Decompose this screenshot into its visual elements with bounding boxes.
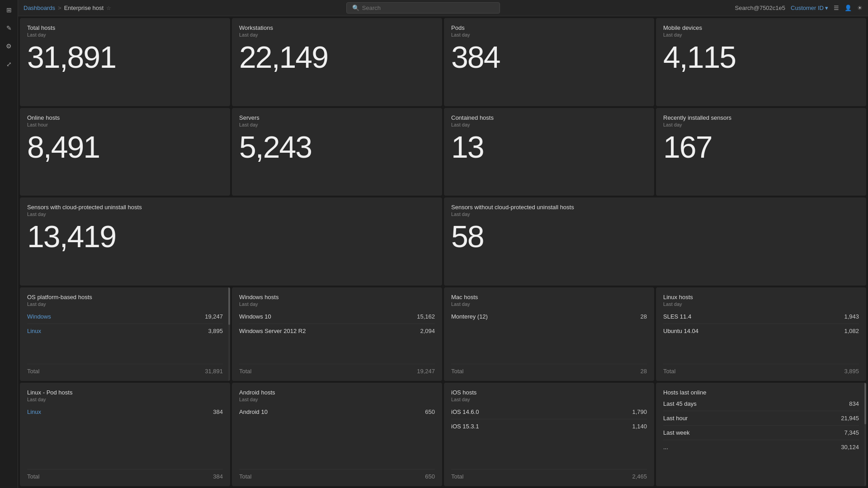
winserver-value: 2,094 [420,328,435,334]
winserver-label[interactable]: Windows Server 2012 R2 [239,328,306,334]
os-total-label: Total [27,368,39,375]
list-item: iOS 14.6.0 1,790 [451,405,647,419]
mobile-devices-value: 4,115 [663,40,859,74]
mobile-devices-subtitle: Last day [663,32,859,38]
sles-value: 1,943 [844,313,859,320]
recently-installed-value: 167 [663,130,859,164]
os-windows-label[interactable]: Windows [27,313,51,320]
hosts-last-online-title: Hosts last online [663,389,859,396]
sles-label[interactable]: SLES 11.4 [663,313,691,320]
total-hosts-value: 31,891 [27,40,223,74]
list-item: Monterey (12) 28 [451,310,647,324]
recently-installed-card: Recently installed sensors Last day 167 [656,108,866,196]
ios1531-label[interactable]: iOS 15.3.1 [451,423,479,430]
monterey-value: 28 [641,313,647,320]
breadcrumb-dashboards-link[interactable]: Dashboards [24,5,55,11]
linux-total-label: Total [663,368,675,375]
ios1531-value: 1,140 [632,423,647,430]
linux-pod-label[interactable]: Linux [27,408,41,415]
ios-hosts-card: iOS hosts Last day iOS 14.6.0 1,790 iOS … [444,383,654,486]
sensors-without-cloud-card: Sensors without cloud-protected uninstal… [444,197,866,286]
linux-pod-list: Linux 384 [27,405,223,469]
lastmore-value: 30,124 [841,444,859,450]
os-platform-list: Windows 19,247 Linux 3,895 [27,310,223,364]
android-hosts-title: Android hosts [239,389,435,396]
list-icon[interactable]: ☰ [834,5,839,11]
linux-total-value: 3,895 [844,368,859,375]
mac-hosts-card: Mac hosts Last day Monterey (12) 28 Tota… [444,287,654,381]
linux-pod-title: Linux - Pod hosts [27,389,223,396]
mobile-devices-card: Mobile devices Last day 4,115 [656,18,866,106]
mac-hosts-subtitle: Last day [451,301,647,307]
linux-pod-total-label: Total [27,473,39,480]
lasthour-label[interactable]: Last hour [663,415,688,422]
workstations-subtitle: Last day [239,32,435,38]
online-hosts-card: Online hosts Last hour 8,491 [20,108,230,196]
linux-hosts-list: SLES 11.4 1,943 Ubuntu 14.04 1,082 [663,310,859,364]
expand-icon[interactable]: ⤢ [3,58,15,70]
ios1460-label[interactable]: iOS 14.6.0 [451,408,479,415]
workstations-value: 22,149 [239,40,435,74]
lastweek-label[interactable]: Last week [663,429,690,436]
ubuntu-label[interactable]: Ubuntu 14.04 [663,328,698,334]
windows-total-value: 19,247 [417,368,435,375]
contained-hosts-title: Contained hosts [451,114,647,121]
linux-hosts-title: Linux hosts [663,294,859,300]
os-linux-label[interactable]: Linux [27,328,41,334]
hosts-last-online-list: Last 45 days 834 Last hour 21,945 Last w… [663,397,859,480]
customer-id-button[interactable]: Customer ID ▾ [791,5,828,11]
recently-installed-title: Recently installed sensors [663,114,859,121]
mac-total-value: 28 [641,368,647,375]
list-item: Last 45 days 834 [663,397,859,411]
search-input[interactable] [362,5,489,11]
lastmore-label[interactable]: ... [663,444,668,450]
user-icon[interactable]: 👤 [844,5,852,11]
list-item: Windows 10 15,162 [239,310,435,324]
list-item: iOS 15.3.1 1,140 [451,419,647,433]
list-item: SLES 11.4 1,943 [663,310,859,324]
linux-pod-subtitle: Last day [27,397,223,402]
pods-card: Pods Last day 384 [444,18,654,106]
sun-icon[interactable]: ☀ [857,5,863,11]
ios-total-value: 2,465 [632,473,647,480]
os-windows-value: 19,247 [205,313,223,320]
edit-icon[interactable]: ✎ [3,22,15,34]
os-platform-card: OS platform-based hosts Last day Windows… [20,287,230,381]
ios1460-value: 1,790 [632,408,647,415]
hosts-last-online-card: Hosts last online Last 45 days 834 Last … [656,383,866,486]
contained-hosts-value: 13 [451,130,647,164]
android-total-value: 650 [425,473,435,480]
mac-hosts-list: Monterey (12) 28 [451,310,647,364]
customer-id-label: Customer ID [791,5,824,11]
last45days-label[interactable]: Last 45 days [663,400,697,407]
linux-pod-total-value: 384 [213,473,223,480]
os-total-value: 31,891 [205,368,223,375]
bookmark-icon[interactable]: ☆ [106,5,111,11]
android-hosts-list: Android 10 650 [239,405,435,469]
monterey-label[interactable]: Monterey (12) [451,313,488,320]
dashboard-grid: Total hosts Last day 31,891 Workstations… [18,16,868,488]
android10-label[interactable]: Android 10 [239,408,268,415]
grid-icon[interactable]: ⊞ [3,4,15,16]
list-item: Last week 7,345 [663,426,859,440]
gear-icon[interactable]: ⚙ [3,40,15,52]
servers-title: Servers [239,114,435,121]
list-item: Linux 3,895 [27,324,223,338]
recently-installed-subtitle: Last day [663,122,859,127]
servers-card: Servers Last day 5,243 [232,108,442,196]
linux-pod-total: Total 384 [27,469,223,480]
linux-hosts-card: Linux hosts Last day SLES 11.4 1,943 Ubu… [656,287,866,381]
search-bar[interactable]: 🔍 [346,2,500,14]
pods-title: Pods [451,24,647,31]
lastweek-value: 7,345 [844,429,859,436]
search-icon: 🔍 [352,5,359,11]
workstations-title: Workstations [239,24,435,31]
windows-total-label: Total [239,368,251,375]
android-hosts-total: Total 650 [239,469,435,480]
lasthour-value: 21,945 [841,415,859,422]
total-hosts-subtitle: Last day [27,32,223,38]
ios-hosts-subtitle: Last day [451,397,647,402]
main-area: Dashboards > Enterprise host ☆ 🔍 Search@… [18,0,868,488]
topbar: Dashboards > Enterprise host ☆ 🔍 Search@… [18,0,868,16]
win10-label[interactable]: Windows 10 [239,313,271,320]
